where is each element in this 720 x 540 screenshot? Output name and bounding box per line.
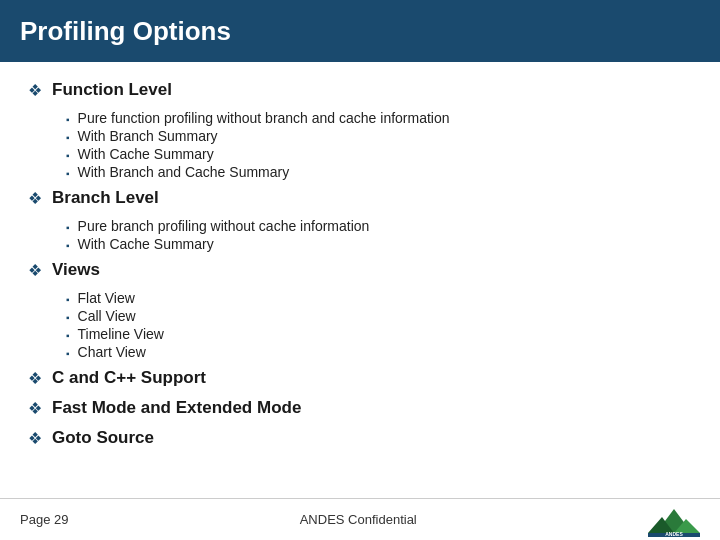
content-area: ❖Function Level▪Pure function profiling … <box>0 62 720 468</box>
section-label: Views <box>52 260 100 280</box>
andes-logo: ANDES <box>648 503 700 537</box>
square-icon: ▪ <box>66 132 70 143</box>
list-item: ▪With Cache Summary <box>66 146 692 162</box>
section-function-level: ❖Function Level <box>28 80 692 100</box>
section-label: Function Level <box>52 80 172 100</box>
list-item-text: Timeline View <box>78 326 164 342</box>
list-item: ▪With Branch Summary <box>66 128 692 144</box>
section-views: ❖Views <box>28 260 692 280</box>
section-label: C and C++ Support <box>52 368 206 388</box>
square-icon: ▪ <box>66 312 70 323</box>
section-c-support: ❖C and C++ Support <box>28 368 692 388</box>
list-item: ▪Chart View <box>66 344 692 360</box>
square-icon: ▪ <box>66 168 70 179</box>
list-item-text: With Cache Summary <box>78 236 214 252</box>
diamond-icon: ❖ <box>28 399 42 418</box>
section-label: Goto Source <box>52 428 154 448</box>
diamond-icon: ❖ <box>28 189 42 208</box>
square-icon: ▪ <box>66 222 70 233</box>
diamond-icon: ❖ <box>28 261 42 280</box>
sub-list-views: ▪Flat View▪Call View▪Timeline View▪Chart… <box>66 290 692 360</box>
page-title: Profiling Options <box>20 16 231 47</box>
diamond-icon: ❖ <box>28 81 42 100</box>
section-branch-level: ❖Branch Level <box>28 188 692 208</box>
list-item: ▪With Cache Summary <box>66 236 692 252</box>
list-item: ▪Pure branch profiling without cache inf… <box>66 218 692 234</box>
list-item-text: Call View <box>78 308 136 324</box>
section-label: Branch Level <box>52 188 159 208</box>
page-number: Page 29 <box>20 512 68 527</box>
sub-list-function-level: ▪Pure function profiling without branch … <box>66 110 692 180</box>
section-goto-source: ❖Goto Source <box>28 428 692 448</box>
list-item-text: Pure branch profiling without cache info… <box>78 218 370 234</box>
square-icon: ▪ <box>66 330 70 341</box>
list-item-text: With Cache Summary <box>78 146 214 162</box>
footer: Page 29 ANDES Confidential ANDES <box>0 498 720 540</box>
header: Profiling Options <box>0 0 720 62</box>
sub-list-branch-level: ▪Pure branch profiling without cache inf… <box>66 218 692 252</box>
square-icon: ▪ <box>66 240 70 251</box>
list-item-text: Pure function profiling without branch a… <box>78 110 450 126</box>
square-icon: ▪ <box>66 348 70 359</box>
square-icon: ▪ <box>66 294 70 305</box>
diamond-icon: ❖ <box>28 369 42 388</box>
square-icon: ▪ <box>66 114 70 125</box>
list-item-text: Chart View <box>78 344 146 360</box>
diamond-icon: ❖ <box>28 429 42 448</box>
list-item-text: With Branch Summary <box>78 128 218 144</box>
list-item: ▪Pure function profiling without branch … <box>66 110 692 126</box>
list-item: ▪Timeline View <box>66 326 692 342</box>
svg-text:ANDES: ANDES <box>665 531 683 537</box>
list-item: ▪With Branch and Cache Summary <box>66 164 692 180</box>
confidential-label: ANDES Confidential <box>300 512 417 527</box>
section-fast-mode: ❖Fast Mode and Extended Mode <box>28 398 692 418</box>
logo: ANDES <box>648 503 700 537</box>
list-item: ▪Call View <box>66 308 692 324</box>
list-item-text: With Branch and Cache Summary <box>78 164 290 180</box>
square-icon: ▪ <box>66 150 70 161</box>
list-item-text: Flat View <box>78 290 135 306</box>
section-label: Fast Mode and Extended Mode <box>52 398 301 418</box>
list-item: ▪Flat View <box>66 290 692 306</box>
